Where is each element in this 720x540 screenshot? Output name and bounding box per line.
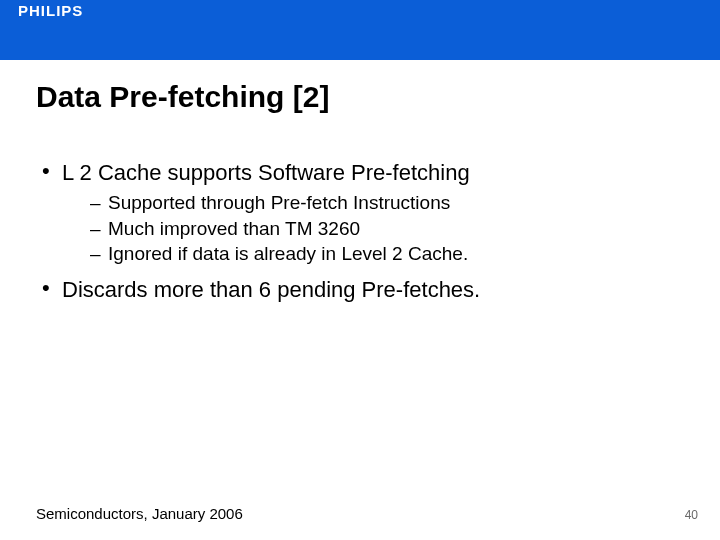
header-bar [0, 0, 720, 60]
bullet-text: Discards more than 6 pending Pre-fetches… [62, 277, 480, 302]
footer-left: Semiconductors, January 2006 [36, 505, 243, 522]
sub-bullet-item: Ignored if data is already in Level 2 Ca… [86, 241, 684, 267]
brand-badge: PHILIPS [14, 0, 87, 20]
slide: PHILIPS Data Pre-fetching [2] L 2 Cache … [0, 0, 720, 540]
brand-text: PHILIPS [18, 2, 83, 19]
bullet-list: L 2 Cache supports Software Pre-fetching… [36, 160, 684, 303]
sub-bullet-list: Supported through Pre-fetch Instructions… [86, 190, 684, 267]
bullet-item: Discards more than 6 pending Pre-fetches… [36, 277, 684, 303]
sub-bullet-item: Supported through Pre-fetch Instructions [86, 190, 684, 216]
page-number: 40 [685, 508, 698, 522]
sub-bullet-text: Ignored if data is already in Level 2 Ca… [108, 243, 468, 264]
sub-bullet-text: Much improved than TM 3260 [108, 218, 360, 239]
sub-bullet-item: Much improved than TM 3260 [86, 216, 684, 242]
bullet-text: L 2 Cache supports Software Pre-fetching [62, 160, 470, 185]
slide-title: Data Pre-fetching [2] [36, 80, 329, 114]
bullet-item: L 2 Cache supports Software Pre-fetching… [36, 160, 684, 267]
slide-body: L 2 Cache supports Software Pre-fetching… [36, 160, 684, 311]
sub-bullet-text: Supported through Pre-fetch Instructions [108, 192, 450, 213]
